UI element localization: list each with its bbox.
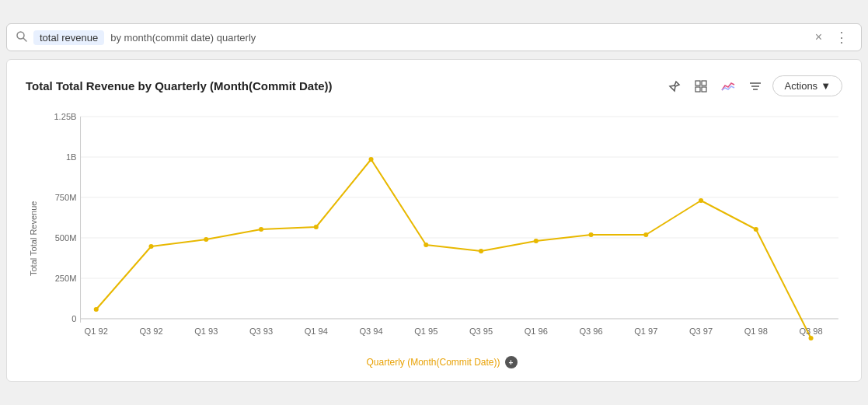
svg-point-29 xyxy=(424,243,428,247)
actions-button[interactable]: Actions ▼ xyxy=(772,75,842,96)
svg-rect-3 xyxy=(702,81,706,86)
chart-header: Total Total Revenue by Quarterly (Month(… xyxy=(26,75,842,96)
chart-area: Total Total Revenue xyxy=(26,109,842,368)
actions-label: Actions xyxy=(784,80,817,92)
svg-point-35 xyxy=(754,227,758,232)
x-axis-info-icon[interactable]: + xyxy=(505,356,518,368)
svg-rect-4 xyxy=(695,87,700,92)
svg-text:Q1 97: Q1 97 xyxy=(634,326,657,336)
search-bar: total revenue by month(commit date) quar… xyxy=(6,23,862,51)
svg-text:Q3 97: Q3 97 xyxy=(689,326,713,336)
svg-point-34 xyxy=(699,198,703,203)
x-axis-title: Quarterly (Month(Commit Date)) + xyxy=(41,356,842,368)
search-info-button[interactable]: ⋮ xyxy=(831,29,852,46)
svg-text:Q1 95: Q1 95 xyxy=(414,326,437,336)
x-axis-label: Quarterly (Month(Commit Date)) xyxy=(366,357,500,368)
app-container: total revenue by month(commit date) quar… xyxy=(0,17,868,388)
table-view-button[interactable] xyxy=(692,77,710,96)
svg-point-23 xyxy=(94,307,99,312)
svg-text:1.25B: 1.25B xyxy=(54,112,76,121)
chart-title: Total Total Revenue by Quarterly (Month(… xyxy=(26,79,332,93)
svg-text:1B: 1B xyxy=(66,152,77,162)
svg-point-28 xyxy=(368,157,373,162)
search-close-button[interactable]: × xyxy=(812,30,825,44)
pin-button[interactable] xyxy=(665,77,684,96)
svg-line-1 xyxy=(23,38,26,41)
svg-point-26 xyxy=(259,227,263,232)
svg-text:Q3 96: Q3 96 xyxy=(579,326,602,336)
search-query: by month(commit date) quarterly xyxy=(110,32,805,44)
svg-point-32 xyxy=(589,232,594,237)
chart-view-button[interactable] xyxy=(718,78,738,95)
svg-text:0: 0 xyxy=(71,314,76,323)
svg-point-24 xyxy=(148,244,153,249)
actions-chevron-icon: ▼ xyxy=(821,80,831,92)
svg-text:Q3 94: Q3 94 xyxy=(359,326,382,336)
y-axis-label: Total Total Revenue xyxy=(26,109,41,368)
svg-text:Q3 93: Q3 93 xyxy=(249,326,273,336)
svg-text:250M: 250M xyxy=(55,274,77,283)
svg-text:Q1 92: Q1 92 xyxy=(85,326,108,336)
svg-text:Q3 92: Q3 92 xyxy=(139,326,162,336)
svg-point-25 xyxy=(204,237,208,242)
svg-text:Q1 94: Q1 94 xyxy=(305,326,328,336)
svg-text:500M: 500M xyxy=(55,233,77,243)
svg-text:750M: 750M xyxy=(55,193,77,202)
svg-text:Q1 98: Q1 98 xyxy=(744,326,768,336)
svg-text:Q3 95: Q3 95 xyxy=(469,326,493,336)
filter-button[interactable] xyxy=(746,78,765,95)
search-icon xyxy=(16,31,27,44)
chart-svg: 1.25B 1B 750M 500M 250M 0 xyxy=(41,109,842,350)
svg-text:Q1 93: Q1 93 xyxy=(194,326,218,336)
svg-text:Q1 96: Q1 96 xyxy=(525,326,548,336)
svg-rect-2 xyxy=(695,81,700,86)
svg-point-31 xyxy=(534,239,539,243)
svg-rect-5 xyxy=(702,87,706,92)
svg-point-36 xyxy=(809,336,814,340)
chart-toolbar: Actions ▼ xyxy=(665,75,842,96)
search-tag[interactable]: total revenue xyxy=(33,30,104,45)
chart-inner: 1.25B 1B 750M 500M 250M 0 xyxy=(41,109,842,368)
chart-panel: Total Total Revenue by Quarterly (Month(… xyxy=(6,59,862,382)
svg-point-30 xyxy=(479,249,483,253)
svg-text:Q3 98: Q3 98 xyxy=(799,326,822,336)
svg-point-33 xyxy=(643,232,648,237)
svg-point-27 xyxy=(314,225,319,229)
